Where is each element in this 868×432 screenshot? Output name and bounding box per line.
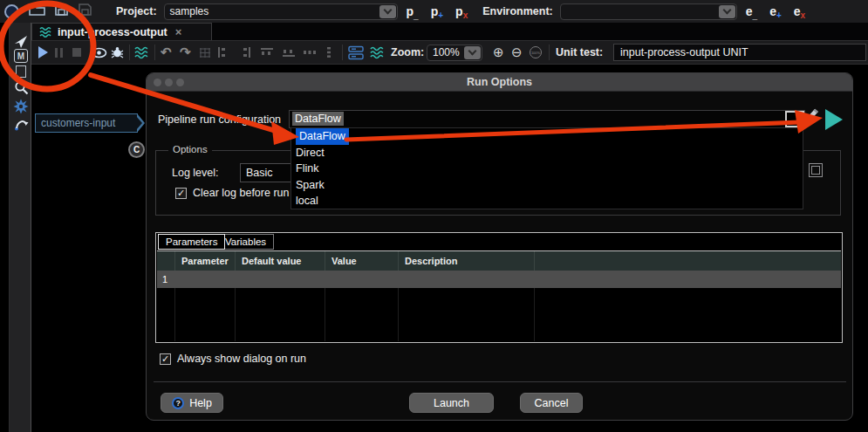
debug-bug-icon[interactable] — [111, 41, 124, 64]
show-execution-results-icon[interactable] — [348, 41, 364, 64]
close-icon[interactable]: × — [175, 25, 182, 38]
dropdown-option-spark[interactable]: Spark — [291, 177, 803, 194]
zoom-label: Zoom: — [391, 41, 424, 64]
chevron-down-icon[interactable] — [464, 46, 481, 59]
chevron-down-icon[interactable] — [379, 5, 396, 18]
preview-eye-icon[interactable] — [91, 41, 107, 64]
undo-icon[interactable]: ↶ — [161, 41, 172, 64]
project-select[interactable]: samples — [164, 3, 398, 20]
align-top-icon[interactable] — [260, 41, 274, 64]
redo-icon[interactable]: ↷ — [180, 41, 191, 64]
open-file-icon[interactable] — [29, 3, 45, 20]
transform-label: customers-input — [41, 117, 115, 129]
dialog-title: Run Options — [147, 76, 852, 88]
pipeline-waves-icon[interactable] — [134, 41, 150, 64]
unit-test-value: input-process-output UNIT — [613, 44, 866, 61]
hop-logo-icon[interactable] — [4, 4, 19, 19]
launch-button[interactable]: Launch — [409, 393, 494, 413]
pipeline-toolbar: ↶ ↷ Zoom: 100% — [31, 40, 868, 65]
tab-bar: input-process-output × — [31, 23, 868, 40]
dropdown-option-dataflow[interactable]: DataFlow — [291, 128, 803, 145]
pipeline-config-combo[interactable]: DataFlow — [289, 110, 805, 128]
distribute-horizontal-icon[interactable] — [303, 41, 317, 64]
pipeline-waves-icon — [39, 26, 53, 38]
log-level-value: Basic — [246, 167, 273, 179]
add-project-icon[interactable]: p+ — [431, 4, 443, 18]
table-row[interactable]: 1 — [157, 271, 841, 288]
save-as-icon[interactable] — [78, 3, 92, 20]
align-bottom-icon[interactable] — [282, 41, 296, 64]
align-left-icon[interactable] — [217, 41, 226, 64]
project-value: samples — [170, 5, 209, 17]
run-play-icon[interactable] — [825, 109, 843, 130]
plugins-icon[interactable] — [10, 99, 32, 114]
edit-environment-icon[interactable]: e_ — [746, 4, 757, 18]
clear-log-checkbox[interactable]: ✓ Clear log before run — [175, 187, 289, 199]
dialog-header[interactable]: Run Options — [147, 73, 852, 92]
help-icon: ? — [172, 397, 184, 409]
zoom-select[interactable]: 100% — [427, 41, 482, 64]
add-environment-icon[interactable]: e+ — [769, 4, 782, 18]
col-parameter[interactable]: Parameter — [174, 251, 235, 271]
dropdown-option-flink[interactable]: Flink — [291, 161, 803, 177]
snap-grid-icon[interactable] — [199, 41, 211, 64]
col-description[interactable]: Description — [398, 251, 534, 271]
col-default-value[interactable]: Default value — [235, 251, 325, 271]
dropdown-option-direct[interactable]: Direct — [291, 145, 803, 161]
app-window: Project: samples p_ p+ px Environment: e… — [0, 0, 868, 432]
right-option-checkbox[interactable] — [809, 163, 823, 177]
zoom-in-icon[interactable]: ⊕ — [493, 41, 504, 64]
table-header: Parameter Default value Value Descriptio… — [157, 251, 841, 271]
environment-label: Environment: — [482, 5, 553, 17]
checkbox-checked-icon: ✓ — [160, 353, 171, 365]
combo-drop-button[interactable] — [785, 111, 804, 127]
data-orchestration-pointer-icon[interactable] — [10, 35, 32, 49]
delete-project-icon[interactable]: px — [455, 4, 468, 18]
tab-parameters[interactable]: Parameters — [158, 234, 225, 250]
hop-arrow-icon[interactable] — [10, 117, 32, 132]
col-value[interactable]: Value — [325, 251, 398, 271]
cancel-button-label: Cancel — [535, 397, 569, 409]
edit-project-icon[interactable]: p_ — [407, 4, 419, 18]
run-button[interactable] — [38, 41, 48, 64]
main-toolbar: Project: samples p_ p+ px Environment: e… — [0, 0, 868, 23]
checkbox-checked-icon: ✓ — [175, 188, 187, 199]
tab-title: input-process-output — [58, 26, 167, 38]
divider — [154, 381, 846, 382]
stop-button[interactable] — [72, 41, 81, 64]
unit-test-label: Unit test: — [556, 41, 603, 64]
row-number: 1 — [157, 274, 167, 285]
perspectives-sidebar: M — [9, 23, 31, 432]
save-icon[interactable] — [54, 3, 69, 20]
unit-test-field[interactable]: input-process-output UNIT — [613, 41, 866, 64]
options-group-label: Options — [168, 144, 212, 154]
delete-environment-icon[interactable]: ex — [794, 4, 805, 18]
cancel-button[interactable]: Cancel — [520, 393, 583, 413]
environment-select[interactable] — [560, 3, 737, 20]
parameters-tabfolder: Parameters Variables Parameter Default v… — [155, 232, 843, 343]
always-show-label: Always show dialog on run — [177, 353, 306, 365]
edit-metadata-pencil-icon[interactable] — [803, 106, 820, 129]
config-dropdown-popup: DataFlow Direct Flink Spark local — [290, 127, 803, 209]
launch-button-label: Launch — [434, 397, 469, 409]
pipeline-waves-icon[interactable] — [370, 41, 386, 64]
tab-input-process-output[interactable]: input-process-output × — [31, 23, 212, 40]
distribute-vertical-icon[interactable] — [325, 41, 333, 64]
search-icon[interactable] — [10, 80, 32, 95]
zoom-out-icon[interactable]: ⊖ — [511, 41, 523, 64]
transform-customers-input[interactable]: customers-input — [35, 113, 138, 133]
help-button[interactable]: ? Help — [161, 393, 223, 413]
tab-variables[interactable]: Variables — [217, 234, 274, 250]
copies-badge: C — [128, 141, 145, 158]
always-show-checkbox[interactable]: ✓ Always show dialog on run — [160, 353, 306, 365]
dropdown-option-local[interactable]: local — [291, 193, 803, 209]
file-explorer-icon[interactable] — [10, 65, 32, 78]
chevron-down-icon[interactable] — [719, 5, 735, 18]
align-right-icon[interactable] — [243, 41, 251, 64]
log-level-label: Log level: — [172, 167, 219, 179]
help-button-label: Help — [189, 397, 212, 409]
pause-button[interactable] — [55, 41, 63, 64]
zoom-100-icon[interactable]: 100% — [530, 41, 542, 64]
parameters-table: Parameter Default value Value Descriptio… — [157, 250, 841, 341]
metadata-icon[interactable]: M — [10, 49, 32, 63]
